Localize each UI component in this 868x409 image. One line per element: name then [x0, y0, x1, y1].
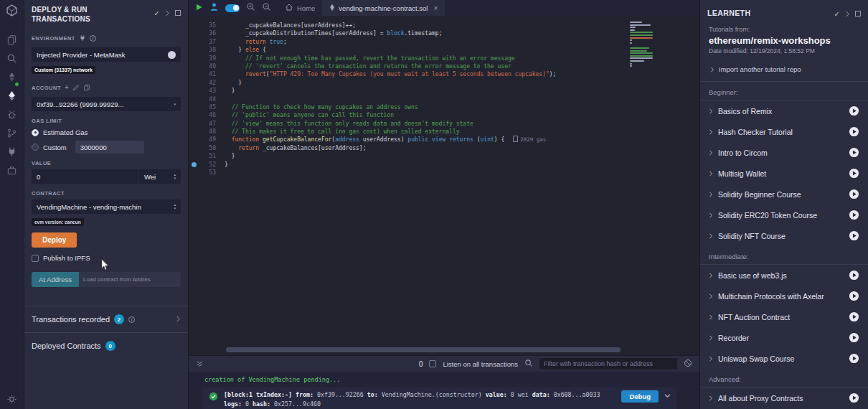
listen-all-checkbox[interactable]	[429, 360, 436, 367]
gas-custom-option[interactable]: Custom	[32, 141, 181, 154]
deployed-contracts-row[interactable]: Deployed Contracts 0	[24, 332, 188, 359]
code-editor[interactable]: 35 _cupcakeBalances[userAddress]++;36 _c…	[189, 16, 699, 355]
line-number: 41	[189, 70, 225, 78]
play-tutorial-icon[interactable]	[849, 230, 859, 241]
chevron-right-icon[interactable]	[176, 315, 181, 324]
horizontal-scrollbar[interactable]	[226, 347, 621, 352]
tutorials-meta: Tutorials from: ethereum/remix-workshops…	[700, 24, 868, 59]
tutorial-row[interactable]: Recorder	[700, 327, 868, 348]
tab-file[interactable]: vending-machine-contract.sol ×	[322, 0, 445, 16]
play-tutorial-icon[interactable]	[849, 126, 859, 137]
radio-selected-icon[interactable]	[32, 129, 39, 136]
tab-home[interactable]: Home	[278, 0, 322, 16]
account-label: ACCOUNT	[32, 85, 61, 91]
tutorials-from-label: Tutorials from:	[709, 26, 859, 33]
play-tutorial-icon[interactable]	[849, 311, 859, 322]
terminal-filter-input[interactable]	[539, 358, 677, 370]
deploy-button[interactable]: Deploy	[32, 232, 77, 248]
collapse-panel-icon[interactable]	[845, 7, 850, 20]
tutorial-row[interactable]: Solidity NFT Course	[700, 225, 868, 246]
gas-custom-input[interactable]	[75, 141, 144, 154]
fork-environment-icon[interactable]	[79, 32, 86, 44]
at-address-input[interactable]	[79, 272, 181, 287]
transaction-log-row[interactable]: [block:1 txIndex:-] from: 0xf39...92266 …	[203, 387, 676, 409]
chevron-down-icon: ▾	[174, 103, 176, 106]
line-number: 40	[189, 62, 225, 70]
chevron-right-icon	[710, 67, 714, 72]
at-address-button[interactable]: At Address	[32, 272, 79, 287]
publish-ipfs-checkbox[interactable]	[32, 255, 39, 262]
tutorial-row[interactable]: Intro to Circom	[700, 142, 868, 163]
tutorial-row[interactable]: Solidity ERC20 Token Course	[700, 204, 868, 225]
play-tutorial-icon[interactable]	[849, 105, 859, 116]
pin-panel-icon[interactable]	[855, 11, 861, 17]
contract-select[interactable]: VendingMachine - vending-machin ▴▾	[32, 199, 181, 214]
environment-select[interactable]: Injected Provider - MetaMask	[32, 47, 181, 62]
editor-toggle[interactable]	[225, 4, 240, 12]
play-tutorial-icon[interactable]	[849, 210, 859, 220]
tutorial-title: Solidity NFT Course	[718, 232, 844, 240]
workspaces-icon[interactable]	[6, 165, 17, 179]
play-tutorial-icon[interactable]	[849, 392, 859, 403]
code-line: 35 _cupcakeBalances[userAddress]++;	[189, 22, 699, 29]
environment-info-icon[interactable]: i	[90, 35, 96, 42]
tutorial-row[interactable]: Hash Checker Tutorial	[700, 121, 868, 142]
breakpoint-dot[interactable]	[192, 162, 197, 167]
expand-log-icon[interactable]	[664, 392, 671, 400]
unit-stepper-icon[interactable]: ▴▾	[174, 173, 176, 180]
copy-account-icon[interactable]	[83, 81, 90, 94]
run-script-icon[interactable]	[195, 1, 203, 14]
git-icon[interactable]	[6, 128, 17, 141]
play-tutorial-icon[interactable]	[849, 189, 859, 199]
learneth-title: LEARNETH	[707, 9, 750, 17]
transactions-recorded-row[interactable]: Transactions recorded 2 i	[24, 306, 188, 332]
search-icon[interactable]	[6, 53, 17, 67]
chevron-right-icon	[709, 395, 713, 401]
minimap[interactable]	[630, 22, 653, 70]
expand-terminal-icon[interactable]	[196, 357, 204, 370]
solidity-compiler-icon[interactable]	[6, 72, 17, 85]
play-tutorial-icon[interactable]	[849, 353, 859, 364]
sign-message-icon[interactable]	[72, 81, 80, 94]
add-account-icon[interactable]: +	[65, 85, 69, 90]
tutorial-row[interactable]: Solidity Beginner Course	[700, 184, 868, 204]
play-tutorial-icon[interactable]	[849, 270, 859, 281]
plugin-manager-icon[interactable]	[6, 146, 17, 160]
gas-estimated-option[interactable]: Estimated Gas	[32, 128, 181, 136]
debugger-icon[interactable]	[6, 109, 17, 123]
zoom-out-icon[interactable]	[262, 1, 271, 14]
play-tutorial-icon[interactable]	[849, 332, 859, 343]
tutorial-row[interactable]: All about Proxy Contracts	[700, 387, 868, 408]
zoom-in-icon[interactable]	[246, 1, 255, 14]
clear-console-icon[interactable]	[684, 357, 692, 370]
publish-ipfs-option[interactable]: Publish to IPFS	[32, 254, 181, 262]
radio-unselected-icon[interactable]	[32, 144, 39, 151]
tutorial-row[interactable]: Basics of Remix	[700, 100, 868, 121]
tutorials-repo: ethereum/remix-workshops	[709, 35, 859, 46]
value-input[interactable]	[32, 169, 138, 184]
play-tutorial-icon[interactable]	[849, 291, 859, 301]
tutorial-row[interactable]: Multisig Wallet	[700, 163, 868, 184]
play-tutorial-icon[interactable]	[849, 147, 859, 158]
deploy-run-icon[interactable]	[6, 90, 17, 104]
transactions-info-icon[interactable]: i	[128, 316, 135, 323]
chevron-right-icon	[709, 129, 713, 135]
pin-panel-icon[interactable]	[175, 10, 181, 16]
tutorial-row[interactable]: Uniswap Swap Course	[700, 348, 868, 369]
import-repo-link[interactable]: Import another tutorial repo	[700, 59, 868, 82]
tutorial-row[interactable]: Multichain Protocols with Axelar	[700, 286, 868, 306]
accounts-icon[interactable]	[209, 1, 219, 14]
value-unit-select[interactable]: Wei ▴▾	[139, 169, 181, 184]
close-tab-icon[interactable]: ×	[433, 4, 438, 12]
debug-button[interactable]: Debug	[621, 390, 659, 403]
remix-logo-icon[interactable]	[6, 4, 18, 19]
tutorial-row[interactable]: NFT Auction Contract	[700, 306, 868, 327]
file-explorer-icon[interactable]	[6, 34, 17, 48]
collapse-panel-icon[interactable]	[165, 6, 170, 19]
account-select[interactable]: 0xf39...92266 (9999.99929... ▾	[32, 97, 181, 111]
code-line: 38 } else {	[189, 46, 699, 54]
settings-gear-icon[interactable]	[6, 394, 17, 408]
tutorial-row[interactable]: Basic use of web3.js	[700, 265, 868, 286]
play-tutorial-icon[interactable]	[849, 168, 859, 179]
code-line: 53	[189, 169, 699, 177]
